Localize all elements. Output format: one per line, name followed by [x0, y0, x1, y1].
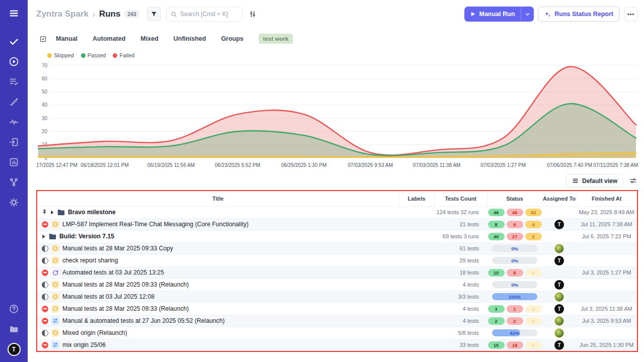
sparkles-icon: [544, 11, 551, 18]
more-actions-button[interactable]: •••: [624, 7, 638, 21]
test-plan-icon[interactable]: [8, 75, 20, 87]
table-row[interactable]: Automated tests at 03 Jul 2025 13:25 18 …: [37, 266, 637, 279]
skipped-count-badge: 0: [525, 341, 542, 349]
branch-icon[interactable]: [8, 176, 20, 188]
filter-tab-mixed[interactable]: Mixed: [140, 35, 158, 42]
svg-text:07/06/2025 7:40 PM: 07/06/2025 7:40 PM: [547, 162, 592, 168]
assigned-cell: T: [542, 303, 576, 315]
svg-text:30: 30: [42, 116, 48, 121]
adjustments-icon[interactable]: [249, 10, 257, 18]
expand-caret-icon[interactable]: [50, 210, 54, 215]
manual-run-button[interactable]: Manual Run: [464, 7, 521, 22]
title-cell: Build: Version 7.15: [37, 230, 399, 242]
filter-tab-automated[interactable]: Automated: [93, 35, 125, 42]
assignee-avatar-T[interactable]: T: [554, 340, 564, 350]
run-title[interactable]: LMP-587 Implement Real-Time Chat Messagi…: [62, 221, 249, 228]
assignee-avatar-T[interactable]: T: [554, 220, 564, 229]
run-title[interactable]: Manual tests at 28 Mar 2025 09:33 (Relau…: [62, 305, 189, 312]
table-row[interactable]: Manual & automated tests at 27 Jun 2025 …: [37, 315, 637, 327]
run-title[interactable]: Mixed origin (Relaunch): [62, 329, 127, 336]
table-row[interactable]: mix origin 25/06 33 tests 15 18 0 T Jun …: [37, 339, 637, 351]
assignee-avatar-photo[interactable]: [554, 244, 564, 253]
column-header-title[interactable]: Title: [37, 191, 399, 206]
breadcrumb-project[interactable]: Zyntra Spark: [36, 9, 89, 19]
search-input[interactable]: [180, 11, 238, 18]
column-header-assigned-to[interactable]: Assigned To: [542, 191, 576, 206]
search-box[interactable]: [166, 7, 243, 22]
page-title: Runs: [99, 9, 121, 19]
assignee-avatar-photo[interactable]: [554, 328, 564, 338]
finished-at-cell: Jun 25, 2025 1:30 PM: [576, 339, 637, 351]
table-row[interactable]: Bravo milestone 124 tests 32 runs 46 46 …: [37, 206, 637, 218]
table-row[interactable]: Manual tests at 03 Jul 2025 12:08 3/3 te…: [37, 291, 637, 303]
column-header-finished-at[interactable]: Finished At: [576, 191, 637, 206]
column-header-tests-count[interactable]: Tests Count: [434, 191, 487, 206]
run-title[interactable]: Bravo milestone: [68, 209, 116, 216]
title-cell: Bravo milestone: [37, 206, 399, 218]
run-title[interactable]: Automated tests at 03 Jul 2025 13:25: [62, 269, 164, 276]
assignee-avatar-T[interactable]: T: [554, 256, 564, 265]
assignee-avatar-photo[interactable]: [554, 316, 564, 326]
activity-icon[interactable]: [8, 116, 20, 128]
passed-count-badge: 3: [488, 305, 505, 313]
table-row[interactable]: Manual tests at 28 Mar 2025 09:33 (Relau…: [37, 303, 637, 315]
tests-count-cell: 124 tests 32 runs: [434, 206, 487, 218]
table-row[interactable]: Manual tests at 28 Mar 2025 09:33 Copy 6…: [37, 242, 637, 254]
table-row[interactable]: check report sharing 29 tests 0% T: [37, 254, 637, 266]
column-header-labels[interactable]: Labels: [399, 191, 434, 206]
tests-count-cell: 18 tests: [434, 266, 487, 279]
status-cell: 10 8 0: [487, 266, 542, 279]
expand-caret-icon[interactable]: [42, 234, 46, 239]
table-row[interactable]: Build: Version 7.15 69 tests 3 runs 40 2…: [37, 230, 637, 242]
svg-text:07/11/2025 7:38 AM: 07/11/2025 7:38 AM: [593, 162, 638, 168]
assignee-avatar-T[interactable]: T: [554, 280, 564, 290]
tests-count-cell: 3/3 tests: [434, 291, 487, 303]
table-row[interactable]: Manual tests at 28 Mar 2025 09:33 (Relau…: [37, 279, 637, 291]
applied-filter-chip[interactable]: test work: [259, 34, 293, 44]
select-edit-icon[interactable]: [39, 35, 47, 43]
list-icon: [572, 177, 579, 184]
svg-text:07/03/2025 9:53 AM: 07/03/2025 9:53 AM: [348, 162, 393, 168]
runs-status-report-button[interactable]: Runs Status Report: [538, 7, 620, 22]
table-row[interactable]: Mixed origin (Relaunch) 5/8 tests 62%: [37, 327, 637, 339]
run-title[interactable]: Manual & automated tests at 27 Jun 2025 …: [62, 317, 225, 324]
run-title[interactable]: check report sharing: [62, 257, 118, 264]
assignee-avatar-photo[interactable]: [554, 292, 564, 302]
assigned-cell: [542, 242, 576, 254]
funnel-icon[interactable]: [147, 7, 161, 21]
assignee-avatar-T[interactable]: T: [554, 304, 564, 314]
run-title[interactable]: Manual tests at 03 Jul 2025 12:08: [62, 293, 154, 300]
menu-icon[interactable]: [8, 7, 20, 19]
filter-tab-groups[interactable]: Groups: [221, 35, 243, 42]
skipped-count-badge: 32: [525, 209, 542, 216]
tests-count-cell: 61 tests: [434, 242, 487, 254]
run-play-icon[interactable]: [8, 55, 20, 67]
tests-count-cell: 29 tests: [434, 254, 487, 266]
user-avatar[interactable]: T: [8, 343, 21, 356]
mixed-run-type-icon: [51, 341, 59, 349]
in-progress-status-icon: [42, 294, 48, 300]
run-title[interactable]: mix origin 25/06: [62, 341, 106, 348]
projects-folder-icon[interactable]: [8, 323, 20, 335]
default-view-button[interactable]: Default view: [566, 174, 623, 188]
filter-tab-unfinished[interactable]: Unfinished: [174, 35, 206, 42]
assigned-cell: T: [542, 218, 576, 230]
manual-run-dropdown[interactable]: [521, 7, 534, 22]
check-icon[interactable]: [8, 35, 20, 47]
help-icon[interactable]: [8, 303, 20, 315]
sliders-icon[interactable]: [629, 177, 637, 185]
analytics-icon[interactable]: [8, 156, 20, 168]
manual-run-label: Manual Run: [479, 11, 515, 18]
run-title[interactable]: Manual tests at 28 Mar 2025 09:33 (Relau…: [62, 281, 189, 288]
run-title[interactable]: Build: Version 7.15: [59, 233, 114, 240]
sign-in-icon[interactable]: [8, 136, 20, 148]
status-cell: 3 1 0: [487, 303, 542, 315]
skipped-count-badge: 0: [525, 317, 542, 325]
column-header-status[interactable]: Status: [487, 191, 542, 206]
gear-icon[interactable]: [8, 196, 20, 208]
filter-tab-manual[interactable]: Manual: [56, 35, 77, 42]
run-title[interactable]: Manual tests at 28 Mar 2025 09:33 Copy: [62, 245, 173, 252]
table-row[interactable]: LMP-587 Implement Real-Time Chat Messagi…: [37, 218, 637, 230]
legend-item-failed: Failed: [113, 52, 134, 58]
milestones-icon[interactable]: [8, 96, 20, 108]
